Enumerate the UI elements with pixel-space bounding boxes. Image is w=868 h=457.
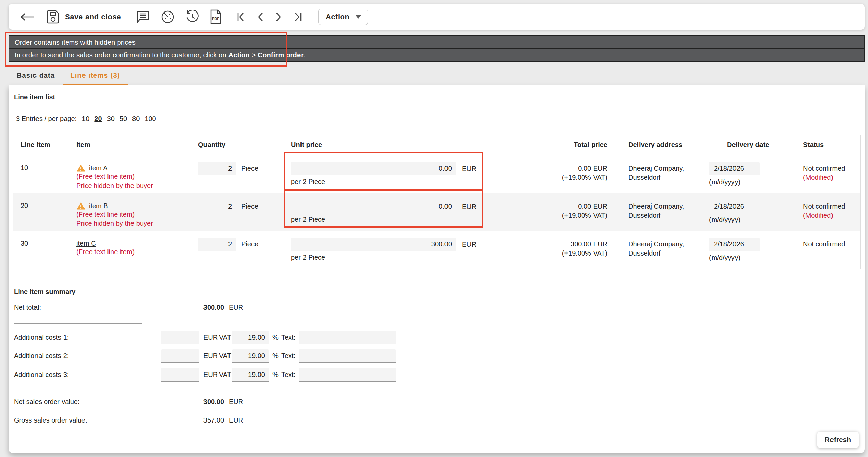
delivery-date-input[interactable] bbox=[709, 162, 760, 175]
vat-percent-input[interactable] bbox=[232, 349, 269, 363]
section-title: Line item list bbox=[14, 93, 55, 101]
item-link[interactable]: item C bbox=[76, 240, 96, 247]
per-unit-label: per 2 Piece bbox=[291, 254, 476, 261]
additional-costs-amount-input[interactable] bbox=[161, 349, 199, 363]
total-price-value: 0.00 EUR bbox=[484, 202, 607, 211]
page-size-option[interactable]: 10 bbox=[82, 115, 89, 123]
warning-icon bbox=[76, 202, 86, 210]
page-size-options: 1020305080100 bbox=[82, 115, 156, 123]
first-page-icon[interactable] bbox=[236, 12, 245, 22]
additional-costs-amount-input[interactable] bbox=[161, 331, 199, 344]
item-link[interactable]: item A bbox=[89, 164, 108, 172]
quantity-input[interactable] bbox=[198, 162, 236, 175]
tab-line-items[interactable]: Line items (3) bbox=[63, 67, 128, 85]
status-modified: (Modified) bbox=[803, 173, 860, 182]
status-text: Not confirmed bbox=[803, 240, 860, 249]
quantity-unit-label: Piece bbox=[241, 200, 258, 210]
vat-percent-input[interactable] bbox=[232, 331, 269, 344]
page-size-option[interactable]: 80 bbox=[132, 115, 140, 123]
section-rule bbox=[81, 292, 853, 292]
history-icon[interactable] bbox=[185, 10, 199, 24]
entries-label: 3 Entries / per page: bbox=[16, 115, 77, 123]
item-note-2: Price hidden by the buyer bbox=[76, 219, 198, 228]
page-size-option[interactable]: 20 bbox=[94, 115, 102, 123]
last-page-icon[interactable] bbox=[293, 12, 303, 22]
delivery-date-input[interactable] bbox=[709, 200, 760, 213]
total-price-value: 300.00 EUR bbox=[484, 240, 607, 249]
pdf-icon[interactable]: PDF bbox=[210, 9, 222, 24]
net-sales-value: 300.00 bbox=[136, 398, 224, 406]
banner-text: Order contains items with hidden prices bbox=[15, 39, 136, 46]
net-total-label: Net total: bbox=[14, 304, 41, 311]
back-arrow-icon[interactable] bbox=[20, 12, 34, 22]
additional-costs-text-input[interactable] bbox=[299, 331, 396, 344]
status-text: Not confirmed bbox=[803, 202, 860, 211]
per-unit-label: per 2 Piece bbox=[291, 178, 476, 186]
date-format-hint: (m/d/yyyy) bbox=[709, 216, 796, 224]
page-size-option[interactable]: 30 bbox=[107, 115, 115, 123]
delivery-date-cell: (m/d/yyyy) bbox=[708, 193, 796, 231]
action-label: Action bbox=[326, 13, 349, 21]
table-body: 10 item A (Free text line item) Price hi… bbox=[13, 155, 860, 269]
additional-costs-label: Additional costs 3: bbox=[14, 371, 69, 379]
line-item-number: 10 bbox=[13, 155, 76, 193]
net-sales-currency: EUR bbox=[229, 398, 243, 406]
delivery-address-line2: Dusseldorf bbox=[628, 173, 708, 182]
total-price-cell: 300.00 EUR (+19.00% VAT) bbox=[484, 231, 612, 269]
page-size-option[interactable]: 100 bbox=[145, 115, 156, 123]
line-item-number: 20 bbox=[13, 193, 76, 231]
unit-price-currency-label: EUR bbox=[462, 165, 476, 173]
quantity-input[interactable] bbox=[198, 200, 236, 213]
delivery-address-line1: Dheeraj Company, bbox=[628, 202, 708, 211]
caret-down-icon bbox=[356, 15, 361, 19]
status-text: Not confirmed bbox=[803, 164, 860, 173]
total-price-cell: 0.00 EUR (+19.00% VAT) bbox=[484, 193, 612, 231]
quantity-cell: Piece bbox=[198, 231, 291, 269]
quantity-input[interactable] bbox=[198, 238, 236, 251]
status-modified: (Modified) bbox=[803, 211, 860, 220]
table-row: 10 item A (Free text line item) Price hi… bbox=[13, 155, 860, 193]
additional-costs-amount-input[interactable] bbox=[161, 368, 199, 382]
vat-percent-input[interactable] bbox=[232, 368, 269, 382]
previous-page-icon[interactable] bbox=[257, 12, 264, 22]
line-items-table: Line item Item Quantity Unit price Total… bbox=[13, 135, 861, 269]
unit-price-box: EUR per 2 Piece bbox=[291, 200, 476, 223]
notification-banners: Order contains items with hidden prices … bbox=[9, 35, 865, 62]
refresh-button[interactable]: Refresh bbox=[817, 432, 859, 448]
additional-costs-row: Additional costs 2: EUR VAT % Text: bbox=[14, 349, 853, 363]
column-header-unit-price: Unit price bbox=[291, 141, 484, 149]
next-page-icon[interactable] bbox=[275, 12, 282, 22]
line-item-list-header: Line item list bbox=[14, 93, 853, 101]
text-label: Text: bbox=[281, 371, 295, 379]
item-cell: item C (Free text line item) bbox=[76, 231, 198, 269]
delivery-address-cell: Dheeraj Company, Dusseldorf bbox=[612, 193, 708, 231]
section-rule bbox=[61, 97, 853, 97]
toolbar-icon-group: PDF bbox=[136, 9, 222, 24]
additional-costs-text-input[interactable] bbox=[299, 349, 396, 363]
section-title: Line item summary bbox=[14, 288, 75, 296]
unit-price-cell: EUR per 2 Piece bbox=[291, 231, 484, 269]
record-navigation bbox=[236, 12, 303, 22]
warning-icon bbox=[76, 164, 86, 172]
column-header-delivery-date: Delivery date bbox=[708, 141, 796, 149]
delivery-address-line2: Dusseldorf bbox=[628, 211, 708, 220]
page-size-option[interactable]: 50 bbox=[120, 115, 127, 123]
unit-price-input[interactable] bbox=[291, 238, 456, 251]
svg-text:PDF: PDF bbox=[212, 17, 219, 21]
comments-icon[interactable] bbox=[136, 10, 150, 24]
tab-basic-data[interactable]: Basic data bbox=[9, 67, 63, 85]
delivery-date-input[interactable] bbox=[709, 238, 760, 251]
unit-price-currency-label: EUR bbox=[462, 203, 476, 211]
unit-price-input[interactable] bbox=[291, 162, 456, 175]
save-and-close-button[interactable]: Save and close bbox=[47, 10, 121, 24]
sales-order-page: Save and close bbox=[0, 0, 868, 457]
item-link[interactable]: item B bbox=[89, 202, 108, 210]
additional-costs-text-input[interactable] bbox=[299, 368, 396, 382]
additional-costs-label: Additional costs 1: bbox=[14, 334, 69, 341]
item-note-2: Price hidden by the buyer bbox=[76, 181, 198, 190]
action-dropdown-button[interactable]: Action bbox=[318, 9, 368, 25]
net-sales-label: Net sales order value: bbox=[14, 398, 80, 406]
gauge-icon[interactable] bbox=[160, 9, 175, 24]
unit-price-input[interactable] bbox=[291, 200, 456, 213]
delivery-address-cell: Dheeraj Company, Dusseldorf bbox=[612, 231, 708, 269]
